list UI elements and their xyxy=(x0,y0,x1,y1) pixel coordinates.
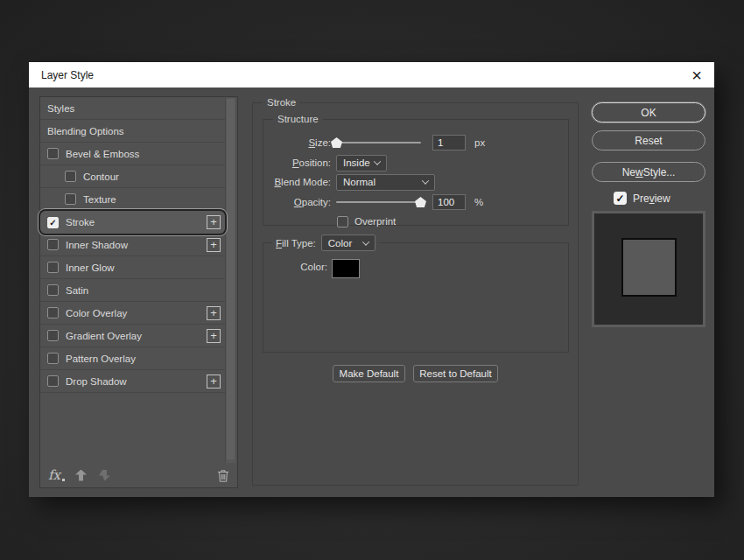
overprint-row: Overprint xyxy=(263,213,568,230)
sidebar-item-texture[interactable]: Texture xyxy=(40,188,225,211)
preview-square xyxy=(621,238,677,297)
sidebar-item-label: Inner Shadow xyxy=(66,240,128,250)
sidebar-scrollbar[interactable] xyxy=(225,98,235,463)
sidebar-item-label: Stroke xyxy=(66,217,95,228)
preview-checkbox[interactable]: ✓ xyxy=(614,192,627,205)
opacity-unit: % xyxy=(474,197,483,207)
blend-mode-value: Normal xyxy=(343,177,376,187)
position-label: Position: xyxy=(263,158,331,168)
styles-sidebar: Styles Blending Options Bevel & Emboss C… xyxy=(39,96,238,488)
preview-option: ✓ Preview xyxy=(614,192,670,205)
fill-type-label: Fill Type: xyxy=(276,238,316,248)
size-unit: px xyxy=(474,137,485,148)
stroke-panel-title: Stroke xyxy=(263,96,300,109)
app-background: Layer Style × Styles Blending Options Be… xyxy=(0,0,744,560)
sidebar-item-label: Bevel & Emboss xyxy=(66,149,139,159)
sidebar-item-label: Color Overlay xyxy=(66,308,127,318)
move-up-icon[interactable] xyxy=(75,470,87,481)
overprint-label: Overprint xyxy=(354,216,396,227)
chevron-down-icon xyxy=(422,177,429,184)
sidebar-item-pattern-overlay[interactable]: Pattern Overlay xyxy=(40,347,225,370)
dialog-titlebar: Layer Style × xyxy=(29,62,714,88)
sidebar-item-label: Drop Shadow xyxy=(66,376,127,387)
size-label: Size: xyxy=(263,137,331,148)
add-instance-icon[interactable]: + xyxy=(207,238,221,252)
chevron-down-icon xyxy=(362,238,369,245)
sidebar-item-label: Contour xyxy=(83,172,119,182)
opacity-row: Opacity: % xyxy=(263,193,568,211)
sidebar-item-bevel-emboss[interactable]: Bevel & Emboss xyxy=(40,143,225,165)
layer-style-dialog: Layer Style × Styles Blending Options Be… xyxy=(29,62,714,497)
sidebar-item-styles[interactable]: Styles xyxy=(40,97,225,120)
opacity-slider[interactable] xyxy=(336,196,421,208)
sidebar-item-drop-shadow[interactable]: Drop Shadow + xyxy=(40,370,225,393)
blend-mode-label: Blend Mode: xyxy=(263,177,331,187)
style-checkbox[interactable] xyxy=(47,307,59,318)
sidebar-item-gradient-overlay[interactable]: Gradient Overlay + xyxy=(40,325,225,347)
style-checkbox[interactable] xyxy=(47,284,59,296)
fill-type-value: Color xyxy=(328,238,352,248)
fill-type-legend: Fill Type: Color xyxy=(272,234,379,251)
sidebar-item-stroke[interactable]: ✓ Stroke + xyxy=(40,211,225,234)
size-input[interactable] xyxy=(432,135,466,150)
structure-group: Structure Size: px Position: Inside Blen… xyxy=(263,119,569,226)
fill-type-select[interactable]: Color xyxy=(321,234,376,251)
add-instance-icon[interactable]: + xyxy=(207,215,221,229)
reset-button[interactable]: Reset xyxy=(592,130,705,150)
sidebar-item-inner-glow[interactable]: Inner Glow xyxy=(40,256,225,279)
sidebar-item-label: Pattern Overlay xyxy=(66,354,136,364)
trash-icon[interactable] xyxy=(217,469,229,482)
opacity-slider-thumb[interactable] xyxy=(415,197,426,207)
preview-label: Preview xyxy=(633,192,670,205)
move-down-icon[interactable] xyxy=(99,470,110,481)
sidebar-item-label: Satin xyxy=(66,285,88,296)
add-instance-icon[interactable]: + xyxy=(207,374,221,388)
size-slider-thumb[interactable] xyxy=(331,137,342,148)
ok-button[interactable]: OK xyxy=(592,102,705,122)
opacity-slider-track[interactable] xyxy=(336,201,421,203)
scrollbar-thumb[interactable] xyxy=(227,99,235,459)
sidebar-item-label: Styles xyxy=(47,103,74,114)
style-checkbox[interactable] xyxy=(47,148,59,159)
style-list: Styles Blending Options Bevel & Emboss C… xyxy=(40,97,225,393)
new-style-button[interactable]: New Style... xyxy=(592,162,705,182)
add-instance-icon[interactable]: + xyxy=(207,329,221,343)
position-row: Position: Inside xyxy=(263,154,568,172)
position-value: Inside xyxy=(343,158,370,168)
blend-mode-select[interactable]: Normal xyxy=(336,174,435,191)
style-checkbox[interactable] xyxy=(47,330,59,341)
dialog-title: Layer Style xyxy=(41,69,94,81)
sidebar-item-label: Texture xyxy=(83,194,116,205)
reset-to-default-button[interactable]: Reset to Default xyxy=(413,365,498,382)
style-checkbox[interactable] xyxy=(47,375,59,387)
style-checkbox[interactable] xyxy=(47,262,59,273)
sidebar-item-color-overlay[interactable]: Color Overlay + xyxy=(40,302,225,325)
blend-mode-row: Blend Mode: Normal xyxy=(263,173,568,191)
size-slider-track[interactable] xyxy=(336,142,421,144)
sidebar-item-blending-options[interactable]: Blending Options xyxy=(40,120,225,143)
style-checkbox[interactable] xyxy=(47,353,59,364)
opacity-label: Opacity: xyxy=(263,197,331,207)
sidebar-item-satin[interactable]: Satin xyxy=(40,279,225,302)
stroke-color-swatch[interactable] xyxy=(332,259,360,278)
size-slider[interactable] xyxy=(336,136,421,149)
fx-icon[interactable]: fx xyxy=(48,468,60,482)
close-icon[interactable]: × xyxy=(691,66,702,84)
chevron-down-icon xyxy=(374,158,381,164)
position-select[interactable]: Inside xyxy=(336,155,387,172)
make-default-button[interactable]: Make Default xyxy=(333,365,405,382)
add-instance-icon[interactable]: + xyxy=(207,306,221,320)
sidebar-item-inner-shadow[interactable]: Inner Shadow + xyxy=(40,234,225,256)
fill-type-group: Fill Type: Color Color: xyxy=(263,242,569,353)
style-checkbox[interactable] xyxy=(65,171,76,182)
style-checkbox[interactable] xyxy=(47,239,59,250)
sidebar-item-label: Blending Options xyxy=(47,126,124,136)
color-label: Color: xyxy=(270,262,327,272)
style-checkbox[interactable]: ✓ xyxy=(47,217,59,228)
opacity-input[interactable] xyxy=(432,194,466,210)
sidebar-item-label: Inner Glow xyxy=(66,262,115,273)
size-row: Size: px xyxy=(263,134,568,151)
overprint-checkbox[interactable] xyxy=(337,216,348,228)
sidebar-item-contour[interactable]: Contour xyxy=(40,165,225,188)
style-checkbox[interactable] xyxy=(65,193,76,205)
